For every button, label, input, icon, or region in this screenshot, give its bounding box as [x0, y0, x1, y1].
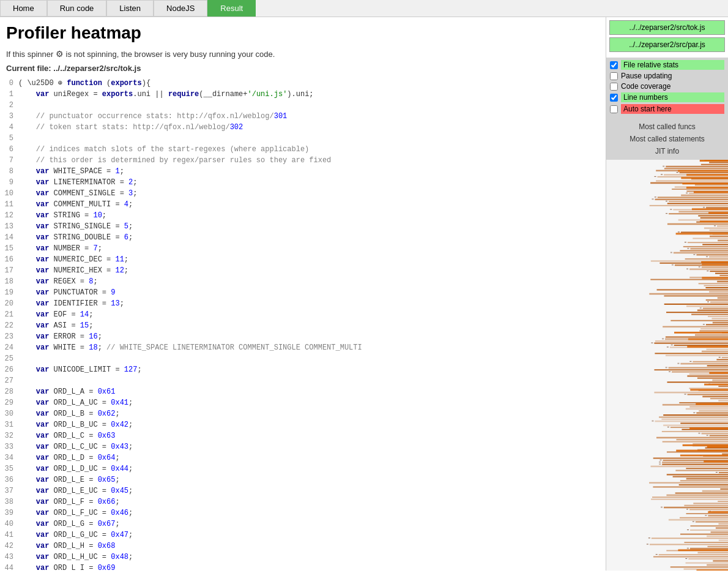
line-content: var STRING_SINGLE = 5; — [18, 221, 606, 232]
line-content: ( \u25D0 ⊕ function (exports){ — [18, 78, 606, 89]
checkboxes-section: File relative stats Pause updating Code … — [606, 58, 728, 118]
table-row: 31 var ORD_L_B_UC = 0x42; — [0, 419, 606, 430]
line-number: 42 — [0, 541, 18, 552]
line-number: 7 — [0, 155, 18, 166]
table-row: 25 — [0, 353, 606, 364]
line-content: var ORD_L_G_UC = 0x47; — [18, 530, 606, 541]
line-content: var ORD_L_C = 0x63 — [18, 430, 606, 441]
table-row: 1 var uniRegex = exports.uni || require(… — [0, 89, 606, 100]
table-row: 41 var ORD_L_G_UC = 0x47; — [0, 530, 606, 541]
line-number: 11 — [0, 199, 18, 210]
menu-items: Most called funcs Most called statements… — [606, 118, 728, 160]
page-title: Profiler heatmap — [0, 17, 606, 46]
line-content: var NUMERIC_HEX = 12; — [18, 265, 606, 276]
line-number: 38 — [0, 496, 18, 507]
line-number: 37 — [0, 485, 18, 496]
line-content: var STRING_DOUBLE = 6; — [18, 232, 606, 243]
checkbox-pause-updating-label: Pause updating — [621, 72, 724, 80]
menu-most-called-funcs[interactable]: Most called funcs — [610, 121, 724, 133]
line-number: 21 — [0, 309, 18, 320]
table-row: 0( \u25D0 ⊕ function (exports){ — [0, 78, 606, 89]
table-row: 7 // this order is determined by regex/p… — [0, 155, 606, 166]
table-row: 13 var STRING_SINGLE = 5; — [0, 221, 606, 232]
main-layout: Profiler heatmap If this spinner ⚙ is no… — [0, 17, 728, 571]
line-number: 0 — [0, 78, 18, 89]
checkbox-code-coverage-label: Code coverage — [621, 82, 724, 91]
line-number: 28 — [0, 386, 18, 397]
line-number: 3 — [0, 111, 18, 122]
checkbox-line-numbers: Line numbers — [610, 92, 724, 102]
line-content: var LINETERMINATOR = 2; — [18, 177, 606, 188]
line-number: 15 — [0, 243, 18, 254]
table-row: 42 var ORD_L_H = 0x68 — [0, 541, 606, 552]
menu-jit-info[interactable]: JIT info — [610, 145, 724, 157]
tab-result[interactable]: Result — [207, 0, 256, 17]
current-file-label: Current file: ../../zeparser2/src/tok.js — [0, 62, 606, 78]
line-content: var ORD_L_H = 0x68 — [18, 541, 606, 552]
table-row: 29 var ORD_L_A_UC = 0x41; — [0, 397, 606, 408]
file-button-tok[interactable]: ../../zeparser2/src/tok.js — [609, 20, 725, 35]
table-row: 16 var NUMERIC_DEC = 11; — [0, 254, 606, 265]
table-row: 18 var REGEX = 8; — [0, 276, 606, 287]
line-number: 2 — [0, 100, 18, 111]
table-row: 21 var EOF = 14; — [0, 309, 606, 320]
line-number: 30 — [0, 408, 18, 419]
line-content: // this order is determined by regex/par… — [18, 155, 606, 166]
line-content: var ORD_L_D_UC = 0x44; — [18, 463, 606, 474]
code-area[interactable]: 0( \u25D0 ⊕ function (exports){1 var uni… — [0, 78, 606, 571]
current-file-path: ../../zeparser2/src/tok.js — [53, 64, 141, 73]
line-content: var ORD_L_I = 0x69 — [18, 563, 606, 571]
checkbox-line-numbers-input[interactable] — [610, 94, 618, 102]
line-number: 24 — [0, 342, 18, 353]
table-row: 33 var ORD_L_C_UC = 0x43; — [0, 441, 606, 452]
line-number: 19 — [0, 287, 18, 298]
file-buttons: ../../zeparser2/src/tok.js ../../zeparse… — [606, 17, 728, 58]
table-row: 43 var ORD_L_H_UC = 0x48; — [0, 552, 606, 563]
checkbox-line-numbers-label: Line numbers — [621, 92, 724, 102]
line-number: 5 — [0, 133, 18, 144]
tab-run-code[interactable]: Run code — [47, 0, 107, 17]
line-number: 41 — [0, 530, 18, 541]
table-row: 34 var ORD_L_D = 0x64; — [0, 452, 606, 463]
line-number: 27 — [0, 375, 18, 386]
line-number: 35 — [0, 463, 18, 474]
checkbox-pause-updating: Pause updating — [610, 72, 724, 80]
line-content — [18, 353, 606, 364]
table-row: 14 var STRING_DOUBLE = 6; — [0, 232, 606, 243]
table-row: 11 var COMMENT_MULTI = 4; — [0, 199, 606, 210]
checkbox-code-coverage-input[interactable] — [610, 83, 618, 91]
tab-listen[interactable]: Listen — [106, 0, 154, 17]
line-number: 4 — [0, 122, 18, 133]
line-content: // indices match slots of the start-rege… — [18, 144, 606, 155]
heatmap-canvas — [606, 160, 728, 571]
line-number: 31 — [0, 419, 18, 430]
checkbox-pause-updating-input[interactable] — [610, 72, 618, 80]
tab-home[interactable]: Home — [0, 0, 47, 17]
line-content: var ORD_L_D = 0x64; — [18, 452, 606, 463]
line-content: var uniRegex = exports.uni || require(__… — [18, 89, 606, 100]
checkbox-file-relative-stats-input[interactable] — [610, 61, 618, 69]
line-number: 13 — [0, 221, 18, 232]
table-row: 19 var PUNCTUATOR = 9 — [0, 287, 606, 298]
table-row: 2 — [0, 100, 606, 111]
line-number: 17 — [0, 265, 18, 276]
table-row: 36 var ORD_L_E = 0x65; — [0, 474, 606, 485]
checkbox-file-relative-stats-label: File relative stats — [621, 60, 724, 70]
menu-most-called-statements[interactable]: Most called statements — [610, 133, 724, 145]
table-row: 17 var NUMERIC_HEX = 12; — [0, 265, 606, 276]
line-content: var ERROR = 16; — [18, 331, 606, 342]
spinner-line: If this spinner ⚙ is not spinning, the b… — [0, 46, 606, 62]
checkbox-auto-start-here-input[interactable] — [610, 105, 618, 113]
line-content: var PUNCTUATOR = 9 — [18, 287, 606, 298]
table-row: 3 // punctuator occurrence stats: http:/… — [0, 111, 606, 122]
table-row: 26 var UNICODE_LIMIT = 127; — [0, 364, 606, 375]
table-row: 37 var ORD_L_E_UC = 0x45; — [0, 485, 606, 496]
line-number: 23 — [0, 331, 18, 342]
tab-nodejs[interactable]: NodeJS — [154, 0, 207, 17]
file-button-par[interactable]: ../../zeparser2/src/par.js — [609, 37, 725, 52]
line-content: // token start stats: http://qfox.nl/web… — [18, 122, 606, 133]
line-number: 9 — [0, 177, 18, 188]
line-number: 1 — [0, 89, 18, 100]
line-number: 40 — [0, 519, 18, 530]
table-row: 38 var ORD_L_F = 0x66; — [0, 496, 606, 507]
